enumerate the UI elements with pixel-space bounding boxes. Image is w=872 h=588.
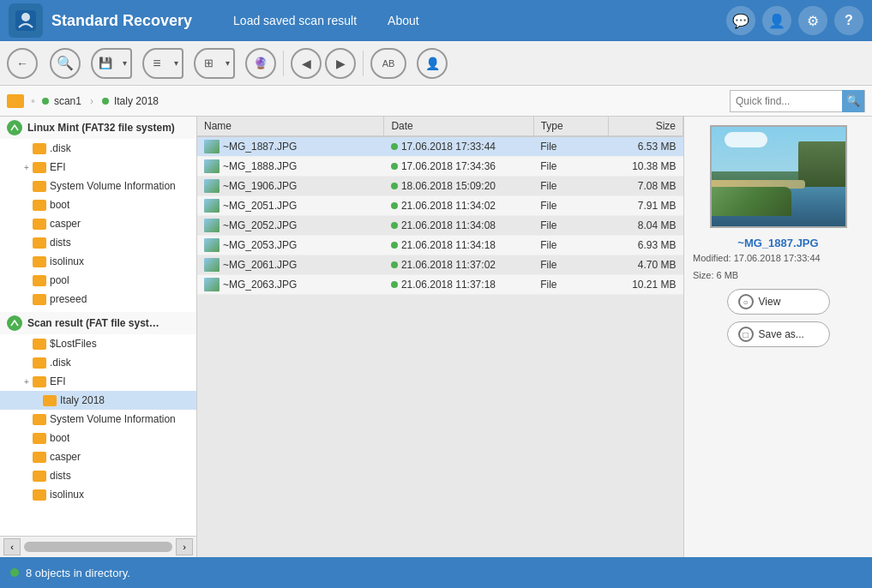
svg-point-1 (21, 13, 30, 21)
prev-button[interactable]: ◀ (291, 48, 322, 79)
status-text: 8 objects in directory. (26, 567, 130, 579)
settings-icon-btn[interactable]: ⚙ (798, 6, 827, 35)
file-size: 10.38 MB (608, 157, 683, 177)
search-submit-button[interactable]: 🔍 (842, 90, 864, 112)
tree-item-efi2[interactable]: + EFI (0, 372, 196, 391)
table-row[interactable]: ~MG_2052.JPG 21.06.2018 11:34:08 File 8.… (197, 216, 683, 236)
tree-root-icon-linux (7, 120, 22, 135)
preview-size: Size: 6 MB (693, 270, 738, 280)
file-date: 17.06.2018 17:34:36 (384, 157, 533, 177)
file-name-cell: ~MG_2051.JPG (197, 196, 384, 216)
save-dropdown[interactable]: ▾ (118, 48, 132, 79)
table-row[interactable]: ~MG_1906.JPG 18.06.2018 15:09:20 File 7.… (197, 177, 683, 196)
tree-item-disk1[interactable]: .disk (0, 139, 196, 158)
tree-item-dists2[interactable]: dists (0, 466, 196, 485)
tree-item-boot2[interactable]: boot (0, 429, 196, 447)
save-icon: 💾 (99, 57, 112, 69)
binoculars-icon: 🔮 (254, 57, 268, 69)
table-row[interactable]: ~MG_2061.JPG 21.06.2018 11:37:02 File 4.… (197, 255, 683, 275)
view-dropdown[interactable]: ▾ (221, 48, 235, 79)
file-name-cell: ~MG_1906.JPG (197, 177, 384, 196)
file-date: 21.06.2018 11:37:18 (384, 275, 533, 295)
next-button[interactable]: ▶ (325, 48, 356, 79)
search-box: 🔍 (730, 90, 865, 112)
folder-icon-dists1 (33, 237, 46, 249)
table-row[interactable]: ~MG_2051.JPG 21.06.2018 11:34:02 File 7.… (197, 196, 683, 216)
tree-label-dists2: dists (50, 470, 71, 482)
file-date: 21.06.2018 11:34:08 (384, 216, 533, 236)
rename-icon: АВ (382, 58, 395, 69)
chat-icon-btn[interactable]: 💬 (726, 6, 755, 35)
status-dot-6 (391, 261, 398, 268)
tree-label-lostfiles: $LostFiles (50, 338, 97, 350)
table-row[interactable]: ~MG_1887.JPG 17.06.2018 17:33:44 File 6.… (197, 136, 683, 157)
tree-item-pool1[interactable]: pool (0, 271, 196, 290)
tree-item-italy[interactable]: Italy 2018 (0, 391, 196, 410)
table-row[interactable]: ~MG_2053.JPG 21.06.2018 11:34:18 File 6.… (197, 236, 683, 255)
save-button[interactable]: 💾 (91, 48, 118, 79)
search-input[interactable] (731, 95, 842, 107)
save-button-group: 💾 ▾ (91, 48, 132, 79)
tree-item-sysvolinfo2[interactable]: System Volume Information (0, 410, 196, 429)
scan-button[interactable]: 🔮 (245, 48, 276, 79)
tree-label-sysvolinfo1: System Volume Information (50, 180, 176, 192)
view-button[interactable]: ⊞ (194, 48, 221, 79)
save-as-button[interactable]: □ Save as... (727, 321, 830, 347)
save-btn-label: Save as... (759, 328, 804, 340)
tree-item-casper2[interactable]: casper (0, 447, 196, 466)
breadcrumb-item-scan[interactable]: scan1 (54, 95, 81, 107)
tree-item-efi1[interactable]: + EFI (0, 158, 196, 177)
tree-scroll-left[interactable]: ‹ (3, 538, 21, 555)
file-date: 17.06.2018 17:33:44 (384, 136, 533, 157)
view-button[interactable]: ○ View (727, 289, 830, 315)
app-title: Standard Recovery (51, 12, 192, 30)
back-icon: ← (16, 57, 28, 70)
file-thumb-icon (204, 199, 220, 213)
file-thumb-icon (204, 140, 220, 153)
tree-item-casper1[interactable]: casper (0, 214, 196, 233)
file-type: File (533, 236, 608, 255)
file-name: ~MG_2061.JPG (223, 259, 297, 271)
file-date: 21.06.2018 11:37:02 (384, 255, 533, 275)
folder-icon-disk1 (33, 143, 46, 154)
header: Standard Recovery Load saved scan result… (0, 0, 872, 41)
search-button[interactable]: 🔍 (50, 48, 81, 79)
breadcrumb-item-italy[interactable]: Italy 2018 (114, 95, 159, 107)
tree-item-dists1[interactable]: dists (0, 233, 196, 252)
expand-lostfiles (21, 338, 33, 350)
folder-icon-lostfiles (33, 339, 46, 350)
about-nav[interactable]: About (381, 10, 426, 31)
tree-item-sysvolinfo1[interactable]: System Volume Information (0, 177, 196, 195)
list-button[interactable]: ≡ (142, 48, 170, 79)
back-button[interactable]: ← (7, 48, 38, 79)
tree-item-preseed1[interactable]: preseed (0, 290, 196, 309)
file-name: ~MG_1906.JPG (223, 180, 297, 192)
tree-item-disk2[interactable]: .disk (0, 353, 196, 372)
folder-icon-disk2 (33, 357, 46, 369)
info-button[interactable]: 👤 (417, 48, 448, 79)
help-icon-btn[interactable]: ? (834, 6, 863, 35)
folder-icon-preseed1 (33, 294, 46, 305)
table-row[interactable]: ~MG_1888.JPG 17.06.2018 17:34:36 File 10… (197, 157, 683, 177)
tree-root-linux[interactable]: Linux Mint (FAT32 file system) (0, 117, 196, 139)
table-row[interactable]: ~MG_2063.JPG 21.06.2018 11:37:18 File 10… (197, 275, 683, 295)
file-thumb-icon (204, 159, 220, 173)
tree-item-lostfiles[interactable]: $LostFiles (0, 334, 196, 353)
tree-label-disk2: .disk (50, 357, 71, 369)
folder-icon-pool1 (33, 275, 46, 286)
file-name-cell: ~MG_2052.JPG (197, 216, 384, 236)
rename-button[interactable]: АВ (370, 48, 406, 79)
file-table: Name Date Type Size ~MG_1887.JPG 17.06.2… (197, 117, 683, 295)
user-icon-btn[interactable]: 👤 (762, 6, 791, 35)
tree-item-isolinux1[interactable]: isolinux (0, 252, 196, 271)
load-scan-nav[interactable]: Load saved scan result (226, 10, 364, 31)
tree-root-scan[interactable]: Scan result (FAT file system; 5.98 GB in (0, 312, 196, 334)
tree-item-boot1[interactable]: boot (0, 195, 196, 214)
tree-label-disk1: .disk (50, 142, 71, 154)
expand-isolinux2 (21, 489, 33, 501)
separator-2 (363, 51, 364, 76)
tree-item-isolinux2[interactable]: isolinux (0, 485, 196, 504)
list-dropdown[interactable]: ▾ (170, 48, 183, 79)
list-button-group: ≡ ▾ (142, 48, 183, 79)
tree-scroll-right[interactable]: › (176, 538, 193, 555)
